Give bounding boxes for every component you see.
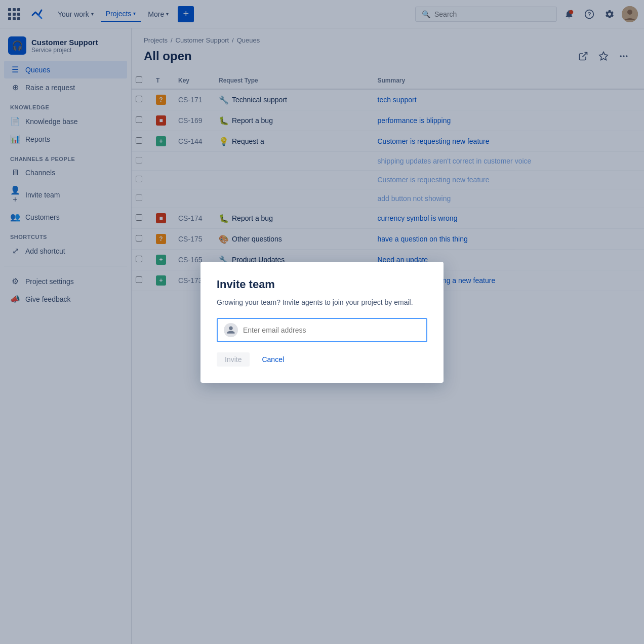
invite-button[interactable]: Invite [217,352,250,367]
email-input[interactable] [243,326,420,334]
email-input-wrapper [217,318,427,342]
modal-title: Invite team [217,278,427,291]
invite-team-modal: Invite team Growing your team? Invite ag… [200,262,444,383]
modal-actions: Invite Cancel [217,352,427,367]
email-avatar-icon [224,323,238,337]
modal-overlay[interactable]: Invite team Growing your team? Invite ag… [0,0,644,644]
modal-description: Growing your team? Invite agents to join… [217,297,427,308]
cancel-button[interactable]: Cancel [254,352,292,367]
